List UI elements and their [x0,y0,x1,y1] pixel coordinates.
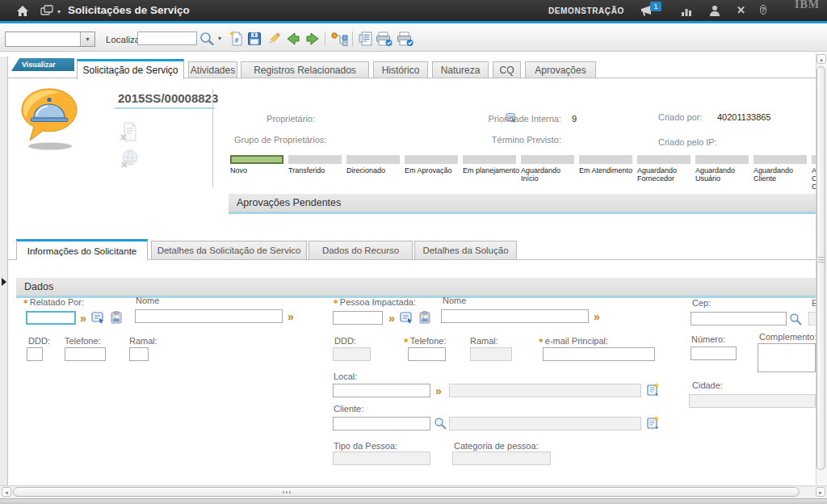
new-record-button[interactable]: # [227,29,246,48]
svg-text:#: # [235,36,239,44]
globe-disabled-icon [119,149,140,170]
environment-label: DEMONSTRAÇÃO [548,6,624,15]
city-field [689,394,816,408]
find-search-icon[interactable] [197,29,216,48]
toolbar-divider [325,32,325,46]
tab-atividades[interactable]: Atividades [188,61,237,78]
reported-by-ext-label: Ramal: [129,336,157,346]
reported-by-phone-input[interactable] [65,347,106,361]
subtab-informacoes-do-solicitante[interactable]: Informações do Solicitante [16,239,148,260]
reported-by-input[interactable] [26,311,76,325]
reported-by-select-value-icon[interactable] [91,311,105,324]
reported-by-name-label: Nome [136,296,159,305]
stage-label-novo: Novo [230,166,287,174]
route-workflow-button[interactable] [330,29,349,48]
home-icon[interactable] [16,5,29,17]
scroll-up-icon[interactable]: ▴ [817,54,826,64]
reported-by-ext-input[interactable] [129,347,149,361]
customer-input[interactable] [333,417,430,430]
subtab-dados-do-recurso[interactable]: Dados do Recurso [309,241,413,259]
location-input[interactable] [333,384,430,397]
tab-historico[interactable]: Histórico [373,61,428,78]
stage-box [637,155,691,164]
subtab-detalhes-da-solucao[interactable]: Detalhes da Solução [414,241,517,259]
vertical-scrollbar-grip [818,257,824,258]
scroll-right-icon[interactable]: ▸ [816,487,825,497]
cep-input[interactable] [691,312,787,326]
reports-chart-icon[interactable] [681,6,693,16]
help-icon[interactable]: ? [760,5,766,15]
affected-person-detail-menu-icon[interactable]: » [388,313,395,323]
print-attached-documents-button[interactable] [395,29,414,48]
search-options-caret-icon[interactable]: ▾ [215,29,225,48]
window-footer [0,498,827,504]
save-button[interactable] [245,29,264,48]
internal-priority-label: Prioridade Interna: [481,114,561,124]
tab-aprovacoes[interactable]: Aprovações [525,61,596,78]
tab-cq[interactable]: CQ [493,61,521,78]
affected-person-select-value-icon[interactable] [400,311,414,324]
scroll-left-icon[interactable]: ◂ [2,487,11,497]
affected-phone-input[interactable] [408,347,446,361]
expand-panel-handle-icon[interactable] [2,278,6,286]
stage-box [288,155,342,164]
horizontal-scrollbar-thumb[interactable] [13,487,800,497]
profile-icon[interactable] [709,5,720,16]
affected-person-name-detail-menu-icon[interactable]: » [594,312,600,321]
go-to-applications-icon[interactable] [40,5,56,16]
customer-description-field [449,417,641,430]
reported-by-ddd-input[interactable] [27,347,43,361]
tab-registros-relacionados[interactable]: Registros Relacionados [241,61,369,78]
sign-out-icon[interactable]: ✕ [737,5,745,16]
reported-by-label: Relatado Por: [23,297,84,307]
stage-label-aguardando-cliente: Aguardando Cliente [754,166,810,183]
affected-ddd-input [333,347,371,361]
view-list-tab[interactable]: Visualizar Lista [11,58,74,71]
location-long-description-icon[interactable] [646,383,660,396]
cep-search-icon[interactable] [789,313,802,326]
affected-person-name-label: Nome [443,296,466,305]
approvals-section-header: Aprovações Pendentes [229,194,816,214]
tab-solicitacao-de-servico[interactable]: Solicitação de Serviço [77,59,184,79]
customer-long-description-icon[interactable] [646,416,660,429]
number-input[interactable] [691,346,737,360]
reported-by-person-details-icon[interactable] [110,311,124,324]
service-request-bubble-icon [18,87,81,152]
affected-person-details-icon[interactable] [418,311,432,324]
email-input[interactable] [543,347,655,361]
previous-record-button[interactable] [283,29,303,48]
tab-natureza[interactable]: Natureza [432,61,489,78]
complement-label: Complemento: [759,332,817,342]
combobox-caret-icon[interactable]: ▾ [80,32,94,46]
person-type-field [333,452,430,465]
reported-by-ddd-label: DDD: [28,336,50,346]
bulletin-count-badge[interactable]: 1 [650,2,661,11]
complement-textarea[interactable] [758,343,816,372]
stage-box [405,155,458,164]
location-detail-menu-icon[interactable]: » [435,386,442,396]
next-record-button[interactable] [303,29,322,48]
vertical-scrollbar-thumb[interactable] [817,66,825,470]
reports-button[interactable] [356,29,376,48]
stage-label-aguardando-fornecedor: Aguardando Fornecedor [637,166,694,183]
applications-menu-caret-icon[interactable]: ▾ [57,9,61,15]
created-by-label: Criado por: [658,112,702,122]
cep-label: Cep: [692,298,711,308]
reported-by-name-detail-menu-icon[interactable]: » [288,312,294,321]
stage-box [346,155,400,164]
toolbar-divider [352,32,353,46]
owner-group-label: Grupo de Proprietários: [234,135,315,145]
person-category-field [452,452,551,465]
stage-box [579,155,632,164]
customer-search-icon[interactable] [434,417,447,430]
print-button[interactable] [374,29,393,48]
affected-person-name-input[interactable] [441,309,589,323]
reported-by-name-input[interactable] [135,309,283,323]
quick-insert-combobox[interactable]: ▾ [5,32,95,47]
find-input[interactable] [137,32,197,45]
subtab-detalhes-da-solicitacao[interactable]: Detalhes da Solicitação de Servico [151,241,307,259]
reported-by-detail-menu-icon[interactable]: » [80,313,86,323]
stage-label-em-planejamento: Em planejamento [463,166,523,174]
clear-changes-button[interactable] [264,29,283,48]
affected-person-input[interactable] [333,311,383,325]
